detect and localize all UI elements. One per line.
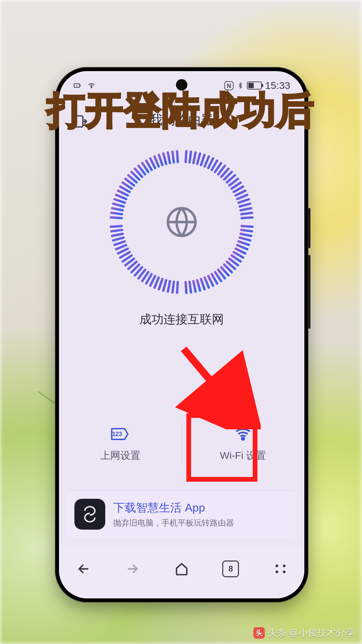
home-icon bbox=[174, 561, 189, 577]
svg-line-100 bbox=[172, 152, 174, 162]
svg-line-48 bbox=[205, 278, 209, 288]
svg-line-11 bbox=[201, 155, 204, 165]
toutiao-logo-icon: 头 bbox=[253, 627, 265, 639]
svg-line-10 bbox=[197, 154, 200, 164]
nav-tabs-button[interactable]: 8 bbox=[214, 555, 247, 582]
svg-line-52 bbox=[189, 282, 191, 292]
grid-dots-icon bbox=[274, 563, 286, 575]
svg-line-57 bbox=[168, 281, 170, 292]
svg-line-76 bbox=[111, 230, 122, 231]
promo-subtitle: 抛弃旧电脑，手机平板玩转路由器 bbox=[113, 518, 234, 528]
svg-line-29 bbox=[242, 217, 252, 218]
phone-side-button bbox=[308, 255, 310, 329]
svg-line-82 bbox=[113, 204, 124, 206]
svg-text:123: 123 bbox=[112, 431, 122, 437]
svg-line-79 bbox=[111, 217, 122, 218]
arrow-right-icon bbox=[125, 561, 140, 576]
connection-dial bbox=[105, 145, 259, 299]
arrow-left-icon bbox=[76, 561, 91, 576]
svg-line-72 bbox=[116, 245, 126, 249]
svg-line-83 bbox=[115, 199, 125, 203]
svg-line-60 bbox=[155, 278, 159, 288]
svg-line-7 bbox=[186, 151, 186, 162]
internet-settings-label: 上网设置 bbox=[100, 449, 140, 463]
wifi-settings-icon bbox=[232, 425, 254, 443]
svg-line-84 bbox=[116, 195, 126, 199]
svg-line-99 bbox=[168, 152, 170, 163]
svg-line-26 bbox=[240, 204, 250, 206]
svg-line-55 bbox=[177, 282, 178, 293]
connection-status-text: 成功连接互联网 bbox=[139, 311, 224, 328]
svg-line-32 bbox=[241, 230, 252, 231]
browser-navbar: 8 bbox=[59, 545, 304, 598]
svg-line-51 bbox=[193, 281, 195, 292]
nav-menu-button[interactable] bbox=[263, 555, 297, 582]
watermark-text: 头条 @小俊技术分享 bbox=[267, 627, 355, 639]
globe-icon bbox=[163, 204, 200, 240]
svg-line-9 bbox=[193, 152, 195, 163]
phone-body: N 15:33 我的路由器 bbox=[55, 67, 308, 602]
tab-count: 8 bbox=[229, 564, 233, 574]
svg-line-101 bbox=[177, 151, 178, 162]
svg-line-50 bbox=[197, 280, 200, 290]
overlay-caption: 打开登陆成功后 bbox=[0, 85, 362, 136]
svg-line-75 bbox=[112, 234, 123, 236]
connection-dial-section: 成功连接互联网 bbox=[59, 145, 304, 328]
svg-line-73 bbox=[115, 241, 125, 245]
internet-settings-button[interactable]: 123 上网设置 bbox=[59, 409, 182, 479]
svg-line-58 bbox=[163, 280, 166, 290]
svg-line-33 bbox=[241, 234, 251, 236]
svg-line-81 bbox=[112, 208, 123, 210]
wifi-settings-button[interactable]: Wi-Fi 设置 bbox=[182, 409, 305, 479]
svg-line-27 bbox=[241, 208, 251, 210]
phone-screen: N 15:33 我的路由器 bbox=[59, 71, 304, 598]
nav-back-button[interactable] bbox=[67, 555, 100, 582]
wifi-settings-label: Wi-Fi 设置 bbox=[220, 449, 266, 463]
svg-line-8 bbox=[189, 152, 191, 162]
svg-point-104 bbox=[242, 437, 244, 440]
watermark: 头 头条 @小俊技术分享 bbox=[253, 627, 355, 639]
svg-line-97 bbox=[159, 155, 162, 165]
svg-line-28 bbox=[241, 213, 252, 214]
svg-line-98 bbox=[163, 154, 166, 164]
phone-side-button bbox=[308, 208, 310, 248]
svg-line-56 bbox=[172, 282, 174, 292]
svg-line-34 bbox=[240, 237, 250, 240]
svg-line-24 bbox=[237, 195, 247, 199]
svg-line-77 bbox=[111, 226, 122, 227]
tabs-icon: 8 bbox=[222, 560, 239, 577]
svg-line-49 bbox=[201, 279, 204, 289]
svg-line-59 bbox=[159, 279, 162, 289]
svg-line-25 bbox=[239, 199, 249, 203]
smartlife-app-icon bbox=[74, 499, 105, 530]
svg-line-80 bbox=[111, 213, 122, 214]
app-download-promo[interactable]: 下载智慧生活 App 抛弃旧电脑，手机平板玩转路由器 bbox=[66, 490, 297, 538]
internet-settings-icon: 123 bbox=[110, 425, 131, 443]
svg-line-53 bbox=[186, 282, 186, 293]
svg-line-31 bbox=[242, 226, 252, 227]
svg-line-36 bbox=[237, 245, 247, 249]
svg-line-12 bbox=[205, 157, 209, 167]
nav-home-button[interactable] bbox=[165, 555, 198, 582]
svg-line-96 bbox=[155, 157, 159, 167]
nav-forward-button[interactable] bbox=[116, 555, 149, 582]
svg-line-35 bbox=[239, 241, 249, 245]
option-row: 123 上网设置 Wi-Fi 设置 bbox=[59, 409, 304, 479]
promo-title: 下载智慧生活 App bbox=[113, 500, 234, 516]
svg-line-74 bbox=[113, 237, 124, 240]
